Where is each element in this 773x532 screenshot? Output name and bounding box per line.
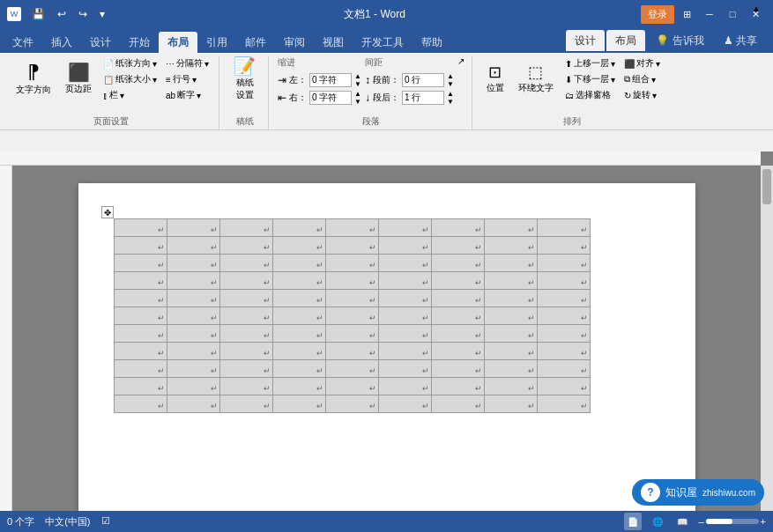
table-cell[interactable]: ↵	[378, 395, 431, 413]
tab-table-design[interactable]: 设计	[566, 30, 605, 51]
indent-right-down[interactable]: ▼	[354, 98, 361, 106]
table-cell[interactable]: ↵	[325, 378, 378, 395]
table-cell[interactable]: ↵	[537, 343, 590, 360]
table-cell[interactable]: ↵	[219, 325, 272, 343]
table-cell[interactable]: ↵	[272, 343, 325, 360]
table-cell[interactable]: ↵	[537, 360, 590, 378]
table-cell[interactable]: ↵	[325, 255, 378, 272]
ribbon-collapse-btn[interactable]: ▲	[752, 4, 761, 13]
table-cell[interactable]: ↵	[484, 360, 537, 378]
margins-btn[interactable]: ⬛ 页边距	[60, 56, 97, 102]
table-cell[interactable]: ↵	[431, 395, 484, 413]
table-cell[interactable]: ↵	[325, 307, 378, 325]
table-cell[interactable]: ↵	[219, 255, 272, 272]
zoom-slider[interactable]	[706, 519, 759, 524]
table-cell[interactable]: ↵	[219, 307, 272, 325]
send-backward-btn[interactable]: ⬇ 下移一层 ▾	[562, 72, 618, 86]
table-cell[interactable]: ↵	[378, 343, 431, 360]
spacing-before-up[interactable]: ▲	[447, 72, 454, 80]
indent-right-up[interactable]: ▲	[354, 90, 361, 98]
tab-design[interactable]: 设计	[81, 32, 120, 53]
table-cell[interactable]: ↵	[272, 325, 325, 343]
login-btn[interactable]: 登录	[641, 5, 674, 24]
table-cell[interactable]: ↵	[114, 307, 167, 325]
indent-left-input[interactable]	[309, 73, 352, 87]
indent-left-down[interactable]: ▼	[354, 80, 361, 88]
table-cell[interactable]: ↵	[114, 255, 167, 272]
table-cell[interactable]: ↵	[537, 395, 590, 413]
size-btn[interactable]: 📋 纸张大小 ▾	[100, 72, 160, 86]
table-cell[interactable]: ↵	[219, 237, 272, 255]
table-cell[interactable]: ↵	[484, 325, 537, 343]
table-cell[interactable]: ↵	[219, 219, 272, 237]
indent-right-input[interactable]	[309, 91, 352, 105]
web-view-btn[interactable]: 🌐	[649, 513, 666, 530]
table-cell[interactable]: ↵	[537, 219, 590, 237]
paragraph-dialog-btn[interactable]: ↗	[457, 56, 465, 66]
table-cell[interactable]: ↵	[378, 307, 431, 325]
table-cell[interactable]: ↵	[484, 219, 537, 237]
table-cell[interactable]: ↵	[114, 378, 167, 395]
table-cell[interactable]: ↵	[325, 325, 378, 343]
tab-file[interactable]: 文件	[4, 32, 42, 53]
tab-references[interactable]: 引用	[197, 32, 236, 53]
qat-more-btn[interactable]: ▾	[96, 6, 108, 22]
group-btn[interactable]: ⧉ 组合 ▾	[621, 72, 663, 86]
table-cell[interactable]: ↵	[484, 307, 537, 325]
table-cell[interactable]: ↵	[272, 237, 325, 255]
table-move-handle[interactable]: ✥	[101, 206, 114, 218]
table-cell[interactable]: ↵	[325, 290, 378, 307]
table-cell[interactable]: ↵	[114, 290, 167, 307]
maximize-btn[interactable]: □	[722, 4, 743, 25]
table-cell[interactable]: ↵	[272, 360, 325, 378]
table-cell[interactable]: ↵	[272, 395, 325, 413]
table-cell[interactable]: ↵	[537, 307, 590, 325]
table-cell[interactable]: ↵	[167, 360, 219, 378]
table-cell[interactable]: ↵	[484, 378, 537, 395]
wrap-text-btn[interactable]: ⬚ 环绕文字	[513, 56, 559, 102]
table-cell[interactable]: ↵	[484, 237, 537, 255]
table-cell[interactable]: ↵	[219, 360, 272, 378]
table-cell[interactable]: ↵	[114, 272, 167, 290]
table-cell[interactable]: ↵	[325, 343, 378, 360]
table-cell[interactable]: ↵	[484, 272, 537, 290]
table-cell[interactable]: ↵	[167, 307, 219, 325]
table-cell[interactable]: ↵	[114, 343, 167, 360]
table-cell[interactable]: ↵	[431, 237, 484, 255]
table-cell[interactable]: ↵	[537, 378, 590, 395]
table-cell[interactable]: ↵	[325, 395, 378, 413]
table-cell[interactable]: ↵	[219, 343, 272, 360]
tab-help[interactable]: 帮助	[413, 32, 451, 53]
table-cell[interactable]: ↵	[167, 255, 219, 272]
table-cell[interactable]: ↵	[537, 325, 590, 343]
table-cell[interactable]: ↵	[431, 325, 484, 343]
breaks-btn[interactable]: ⋯ 分隔符 ▾	[163, 56, 212, 70]
table-cell[interactable]: ↵	[272, 307, 325, 325]
align-btn[interactable]: ⬛ 对齐 ▾	[621, 56, 663, 70]
table-cell[interactable]: ↵	[378, 360, 431, 378]
table-cell[interactable]: ↵	[431, 255, 484, 272]
table-cell[interactable]: ↵	[378, 237, 431, 255]
table-cell[interactable]: ↵	[167, 325, 219, 343]
table-cell[interactable]: ↵	[378, 272, 431, 290]
vertical-scrollbar[interactable]	[761, 166, 773, 511]
table-cell[interactable]: ↵	[537, 290, 590, 307]
columns-btn[interactable]: ⫿ 栏 ▾	[100, 88, 160, 102]
table-cell[interactable]: ↵	[378, 219, 431, 237]
table-cell[interactable]: ↵	[431, 272, 484, 290]
position-btn[interactable]: ⊡ 位置	[481, 56, 509, 102]
table-cell[interactable]: ↵	[219, 378, 272, 395]
spacing-after-down[interactable]: ▼	[447, 98, 454, 106]
tab-layout[interactable]: 布局	[159, 32, 197, 53]
table-cell[interactable]: ↵	[167, 343, 219, 360]
table-cell[interactable]: ↵	[325, 237, 378, 255]
read-view-btn[interactable]: 📖	[673, 513, 691, 530]
select-pane-btn[interactable]: 🗂 选择窗格	[562, 88, 618, 102]
table-cell[interactable]: ↵	[431, 343, 484, 360]
tab-share[interactable]: ♟ 共享	[715, 30, 766, 51]
table-cell[interactable]: ↵	[484, 395, 537, 413]
table-cell[interactable]: ↵	[431, 307, 484, 325]
table-cell[interactable]: ↵	[114, 237, 167, 255]
table-cell[interactable]: ↵	[114, 219, 167, 237]
table-cell[interactable]: ↵	[219, 290, 272, 307]
